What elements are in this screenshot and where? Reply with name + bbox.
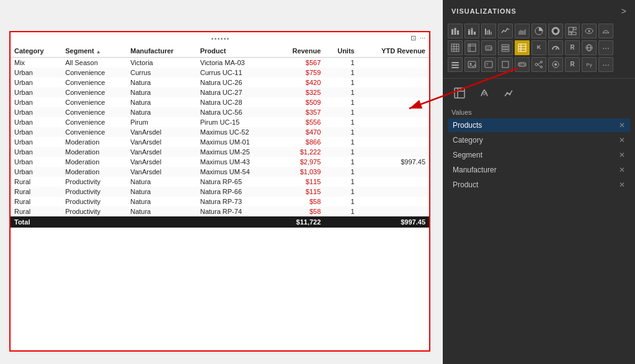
cell-ytd — [358, 137, 429, 147]
value-item-remove[interactable]: ✕ — [619, 180, 625, 189]
viz-icon-r[interactable]: R — [565, 40, 580, 55]
viz-icon-image[interactable] — [464, 57, 479, 72]
more-icon[interactable]: ··· — [420, 34, 425, 42]
cell-ytd — [358, 87, 429, 97]
panel-top-icons: ⊡ ··· — [411, 34, 425, 42]
table-row: Urban Moderation VanArsdel Maximus UM-54… — [11, 167, 429, 177]
col-header-product[interactable]: Product — [197, 45, 275, 58]
viz-icon-table-active[interactable] — [515, 40, 530, 55]
cell-revenue: $759 — [275, 68, 325, 78]
viz-icon-map[interactable] — [582, 24, 597, 38]
cell-segment: Moderation — [61, 157, 127, 167]
cell-category: Urban — [11, 137, 61, 147]
cell-manufacturer: Currus — [127, 68, 197, 78]
svg-line-59 — [538, 64, 541, 67]
viz-icon-key-influencers[interactable] — [548, 57, 563, 72]
viz-icon-decomp-tree[interactable] — [531, 57, 546, 72]
viz-icon-treemap[interactable] — [565, 24, 580, 38]
cell-segment: Convenience — [61, 117, 127, 127]
cell-ytd — [358, 68, 429, 78]
svg-point-55 — [535, 63, 538, 66]
viz-icon-more-row3[interactable]: ··· — [598, 57, 613, 72]
viz-icon-line[interactable] — [498, 24, 513, 38]
value-item-remove[interactable]: ✕ — [619, 151, 625, 159]
cell-revenue: $58 — [275, 197, 325, 206]
svg-text:123: 123 — [486, 47, 492, 50]
viz-icon-row-3: T BTN R Py ··· — [448, 57, 630, 72]
viz-icon-python[interactable]: Py — [582, 57, 597, 72]
table-container[interactable]: Category Segment ▲ Manufacturer Product … — [11, 45, 429, 350]
viz-icon-globe[interactable] — [582, 40, 597, 55]
col-header-manufacturer[interactable]: Manufacturer — [127, 45, 197, 58]
viz-icon-bar[interactable] — [448, 24, 463, 38]
col-header-units[interactable]: Units — [324, 45, 358, 58]
col-header-revenue[interactable]: Revenue — [275, 45, 325, 58]
viz-icon-table[interactable] — [448, 40, 463, 55]
viz-icon-r-visual[interactable]: R — [565, 57, 580, 72]
value-item-label: Category — [453, 136, 483, 144]
table-row: Urban Convenience Currus Currus UC-11 $7… — [11, 68, 429, 78]
viz-icon-multirow-card[interactable] — [498, 40, 513, 55]
viz-icon-more[interactable]: ··· — [598, 40, 613, 55]
viz-icon-gauge[interactable] — [548, 40, 563, 55]
tab-analytics[interactable] — [501, 86, 517, 102]
viz-icon-clustered-bar[interactable] — [481, 24, 496, 38]
value-item-product[interactable]: Product ✕ — [448, 178, 630, 192]
viz-icon-donut[interactable] — [548, 24, 563, 38]
sidebar-collapse-button[interactable]: > — [621, 6, 626, 16]
value-item-products[interactable]: Products ✕ — [448, 118, 630, 132]
viz-icon-pie[interactable] — [531, 24, 546, 38]
cell-segment: Productivity — [61, 197, 127, 206]
viz-icon-textbox[interactable]: T — [481, 57, 496, 72]
col-header-ytd-revenue[interactable]: YTD Revenue — [358, 45, 429, 58]
cell-manufacturer: Victoria — [127, 58, 197, 68]
cell-revenue: $115 — [275, 177, 325, 187]
value-item-remove[interactable]: ✕ — [619, 166, 625, 174]
value-item-remove[interactable]: ✕ — [619, 136, 625, 144]
cell-units: 1 — [324, 197, 358, 206]
value-item-remove[interactable]: ✕ — [619, 121, 625, 130]
viz-icon-matrix[interactable] — [464, 40, 479, 55]
svg-rect-35 — [518, 44, 526, 51]
viz-icon-shape[interactable] — [498, 57, 513, 72]
total-ytd: $997.45 — [358, 216, 429, 228]
drag-handle[interactable] — [211, 38, 229, 40]
svg-rect-7 — [474, 32, 476, 35]
col-header-category[interactable]: Category — [11, 45, 61, 58]
viz-icon-shape-map[interactable] — [598, 24, 613, 38]
table-row: Urban Convenience VanArsdel Maximus UC-5… — [11, 127, 429, 137]
value-item-segment[interactable]: Segment ✕ — [448, 148, 630, 162]
cell-category: Rural — [11, 187, 61, 197]
cell-category: Mix — [11, 58, 61, 68]
viz-icon-stacked-bar[interactable] — [464, 24, 479, 38]
value-item-category[interactable]: Category ✕ — [448, 133, 630, 147]
sidebar-divider-1 — [443, 78, 635, 79]
tab-fields[interactable] — [451, 86, 468, 102]
value-item-manufacturer[interactable]: Manufacturer ✕ — [448, 163, 630, 177]
values-list: Products ✕ Category ✕ Segment ✕ Manufact… — [443, 118, 635, 192]
cell-product: Maximus UM-43 — [197, 157, 275, 167]
svg-rect-22 — [451, 44, 459, 51]
cell-ytd — [358, 206, 429, 216]
cell-segment: All Season — [61, 58, 127, 68]
cell-product: Natura RP-66 — [197, 187, 275, 197]
col-header-segment[interactable]: Segment ▲ — [61, 45, 127, 58]
svg-point-49 — [470, 63, 472, 65]
cell-product: Natura UC-56 — [197, 107, 275, 117]
cell-category: Urban — [11, 157, 61, 167]
cell-ytd — [358, 187, 429, 197]
cell-ytd — [358, 107, 429, 117]
viz-icon-slicer[interactable] — [448, 57, 463, 72]
viz-icon-card[interactable]: 123 — [481, 40, 496, 55]
tab-format[interactable] — [476, 86, 492, 102]
table-row: Urban Moderation VanArsdel Maximus UM-25… — [11, 147, 429, 157]
cell-manufacturer: Natura — [127, 97, 197, 107]
viz-icon-area[interactable] — [515, 24, 530, 38]
expand-icon[interactable]: ⊡ — [411, 34, 416, 42]
cell-manufacturer: Natura — [127, 78, 197, 87]
table-row: Urban Moderation VanArsdel Maximus UM-01… — [11, 137, 429, 147]
svg-point-57 — [541, 66, 543, 68]
viz-icon-button[interactable]: BTN — [515, 57, 530, 72]
cell-ytd — [358, 147, 429, 157]
viz-icon-kpi[interactable]: K — [531, 40, 546, 55]
